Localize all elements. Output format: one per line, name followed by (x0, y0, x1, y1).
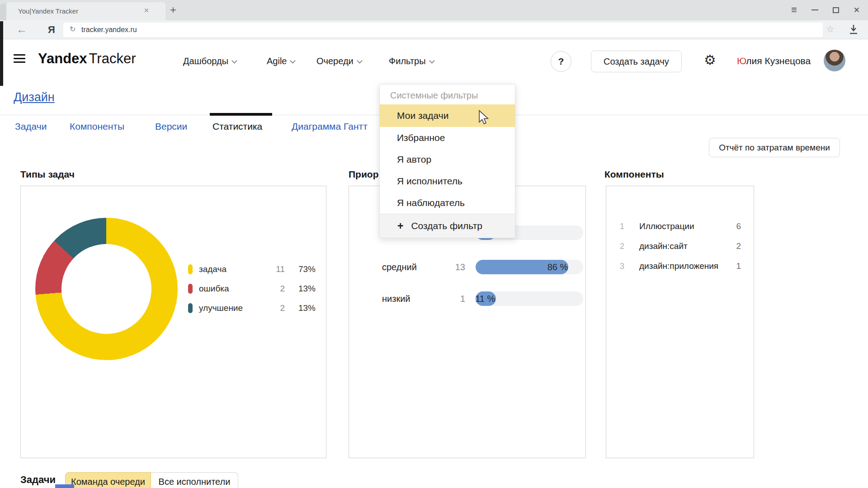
user-avatar[interactable] (824, 50, 845, 71)
bar-count: 13 (438, 260, 465, 274)
dropdown-header: Системные фильтры (380, 84, 515, 104)
maximize-icon[interactable] (833, 7, 839, 13)
panel-title-components: Компоненты (604, 169, 664, 180)
create-filter-button[interactable]: + Создать фильтр (380, 214, 515, 238)
panel-task-types: задача 11 73% ошибка 2 13% улучшение 2 1… (20, 186, 326, 458)
user-menu[interactable]: Юлия Кузнецова (737, 56, 811, 66)
tab-tasks[interactable]: Задачи (15, 121, 47, 132)
chevron-down-icon (357, 58, 363, 64)
segment-all-assignees[interactable]: Все исполнители (151, 472, 238, 488)
bar-track: 11 % (476, 291, 583, 306)
component-rank: 1 (615, 221, 624, 232)
yandex-browser-icon[interactable]: Я (48, 24, 55, 36)
nav-agile[interactable]: Agile (267, 56, 295, 66)
tab-close-icon[interactable]: ✕ (144, 7, 149, 14)
logo-secondary: Tracker (89, 51, 136, 66)
plus-icon: + (397, 220, 403, 232)
priority-row-low: низкий 1 11 % (349, 291, 585, 306)
app-window: You|Yandex Tracker ✕ + ≡ ✕ ← Я ↻ tracker… (0, 0, 868, 488)
window-close-icon[interactable]: ✕ (854, 6, 860, 14)
bar-track: 86 % (476, 260, 583, 274)
legend-count: 2 (266, 303, 285, 313)
legend-swatch-task (188, 264, 193, 274)
user-first-letter: Ю (737, 56, 746, 66)
legend-count: 11 (266, 264, 285, 274)
donut-legend: задача 11 73% ошибка 2 13% улучшение 2 1… (188, 264, 316, 322)
menu-item-favorites[interactable]: Избранное (380, 127, 515, 149)
legend-row: ошибка 2 13% (188, 283, 316, 294)
help-button[interactable]: ? (551, 51, 571, 72)
create-task-button[interactable]: Создать задачу (591, 51, 682, 72)
bar-percent-label: 86 % (547, 260, 568, 274)
legend-label: улучшение (199, 303, 266, 313)
bookmark-star-icon[interactable]: ☆ (826, 24, 834, 34)
bar-count: 1 (438, 291, 465, 306)
tab-title: You|Yandex Tracker (18, 7, 78, 15)
component-row: 2 дизайн:сайт 2 (606, 240, 754, 252)
chevron-down-icon (231, 58, 237, 64)
minimize-icon[interactable] (811, 9, 818, 10)
component-label: дизайн:приложения (639, 260, 718, 272)
url-text: tracker.yandex.ru (81, 26, 137, 34)
new-tab-button[interactable]: + (170, 4, 176, 16)
filters-dropdown: Системные фильтры Мои задачи Избранное Я… (379, 84, 515, 238)
tab-gantt[interactable]: Диаграмма Гантт (292, 121, 368, 132)
chevron-down-icon (290, 58, 296, 64)
browser-tab[interactable]: You|Yandex Tracker ✕ (6, 2, 165, 20)
bar-label: низкий (382, 291, 410, 306)
menu-item-i-watcher[interactable]: Я наблюдатель (380, 192, 515, 214)
side-panel-edge (0, 21, 3, 86)
legend-pct: 13% (285, 303, 316, 313)
component-label: Иллюстрации (639, 221, 694, 232)
nav-filters[interactable]: Фильтры (389, 56, 434, 66)
mouse-cursor-icon (477, 110, 490, 127)
active-tab-indicator (210, 113, 272, 116)
bar-label: средний (382, 260, 417, 274)
chevron-down-icon (429, 58, 435, 64)
component-count: 2 (736, 240, 741, 252)
component-row: 1 Иллюстрации 6 (606, 221, 754, 232)
menu-item-i-author[interactable]: Я автор (380, 149, 515, 170)
window-controls: ≡ ✕ (791, 4, 860, 16)
legend-swatch-improvement (188, 303, 193, 313)
panel-components: 1 Иллюстрации 6 2 дизайн:сайт 2 3 дизайн… (606, 186, 754, 458)
component-count: 1 (736, 260, 741, 272)
browser-tab-bar: You|Yandex Tracker ✕ + ≡ ✕ (0, 0, 868, 20)
component-label: дизайн:сайт (639, 240, 688, 252)
legend-row: задача 11 73% (188, 264, 316, 275)
segment-queue-team[interactable]: Команда очереди (65, 472, 151, 488)
component-count: 6 (736, 221, 741, 232)
clipped-content-strip (55, 484, 74, 488)
create-filter-label: Создать фильтр (411, 221, 482, 231)
app-logo[interactable]: YandexTracker (38, 51, 136, 67)
donut-hole (61, 244, 151, 334)
bottom-section-title: Задачи (20, 474, 56, 486)
time-report-button[interactable]: Отчёт по затратам времени (709, 138, 840, 157)
gear-icon[interactable]: ⚙ (704, 52, 716, 68)
menu-item-my-tasks[interactable]: Мои задачи (380, 104, 515, 127)
tab-components[interactable]: Компоненты (70, 121, 124, 132)
panel-title-priority: Приор (349, 169, 379, 180)
back-icon[interactable]: ← (16, 23, 27, 36)
logo-primary: Yandex (38, 51, 87, 66)
download-icon[interactable] (849, 24, 858, 36)
component-rank: 2 (615, 240, 624, 252)
hamburger-menu-icon[interactable] (14, 54, 25, 65)
browser-menu-icon[interactable]: ≡ (791, 5, 797, 15)
queue-link-design[interactable]: Дизайн (14, 90, 55, 104)
nav-dashboards[interactable]: Дашборды (183, 56, 236, 66)
component-row: 3 дизайн:приложения 1 (606, 260, 754, 272)
legend-pct: 13% (285, 284, 316, 294)
nav-queues[interactable]: Очереди (316, 56, 362, 66)
reload-icon[interactable]: ↻ (70, 25, 75, 33)
tab-statistics[interactable]: Статистика (212, 121, 262, 132)
legend-pct: 73% (285, 264, 316, 274)
browser-url-bar: ← Я ↻ tracker.yandex.ru ☆ (0, 20, 868, 39)
tab-versions[interactable]: Версии (155, 121, 187, 132)
address-input[interactable]: ↻ tracker.yandex.ru (63, 23, 823, 37)
donut-chart (35, 218, 178, 360)
component-rank: 3 (615, 260, 624, 272)
legend-swatch-bug (188, 284, 193, 294)
menu-item-i-assignee[interactable]: Я исполнитель (380, 170, 515, 192)
panel-title-task-types: Типы задач (20, 169, 75, 180)
